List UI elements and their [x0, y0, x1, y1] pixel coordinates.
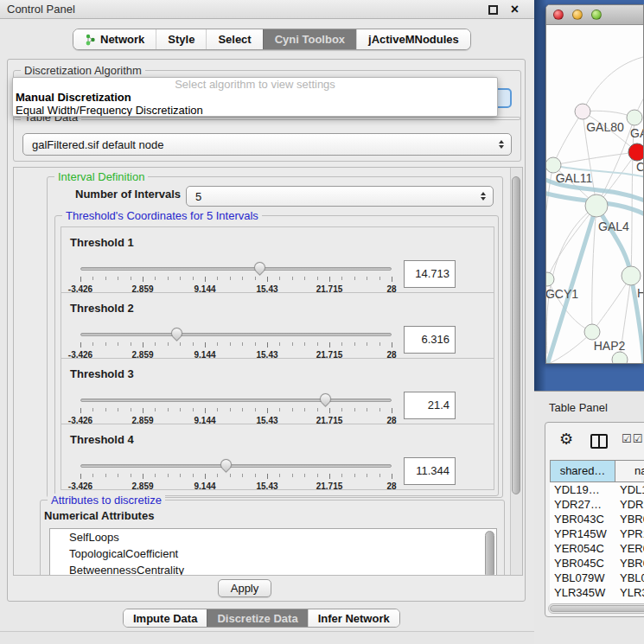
network-node[interactable]: [612, 352, 628, 364]
tab-cyni-toolbox[interactable]: Cyni Toolbox: [263, 29, 356, 49]
threshold-slider[interactable]: -3.4262.8599.14415.4321.71528: [80, 459, 392, 490]
algorithm-item-equal-width[interactable]: Equal Width/Frequency Discretization: [13, 104, 497, 117]
list-item[interactable]: TopologicalCoefficient: [50, 545, 496, 562]
close-icon[interactable]: ×: [511, 0, 519, 19]
threshold-row: Threshold 1 -3.4262.8599.14415.4321.7152…: [61, 226, 494, 293]
combo-stepper-icon: [499, 140, 504, 149]
slider-ticks: [80, 474, 392, 480]
network-icon: [85, 34, 96, 46]
threshold-label: Threshold 1: [70, 236, 134, 249]
numerical-attributes-list[interactable]: SelfLoops TopologicalCoefficient Between…: [49, 528, 497, 576]
table-header-row: shared… na: [550, 460, 644, 482]
table-row[interactable]: YLR345WYLR34: [550, 585, 644, 600]
tab-infer-network[interactable]: Infer Network: [308, 609, 399, 627]
slider-track[interactable]: [80, 464, 392, 468]
cyni-toolbox-panel: Discretization Algorithm Select algorith…: [7, 59, 526, 602]
tab-network[interactable]: Network: [73, 29, 156, 49]
tab-jactivemnodules[interactable]: jActiveMNodules: [356, 29, 470, 49]
slider-ticks: [80, 408, 392, 414]
network-node-selected-red[interactable]: [628, 143, 644, 161]
list-scrollbar[interactable]: [485, 531, 494, 576]
slider-thumb-icon[interactable]: [252, 259, 267, 275]
network-node-label: GAL4: [598, 220, 629, 233]
cytoscape-desktop: GAL80 GA C GAL11 GAL4 GCY1 H HAP2: [534, 0, 644, 391]
table-data-combobox[interactable]: galFiltered.sif default node: [22, 133, 512, 156]
threshold-coordinates-group: Threshold's Coordinates for 5 Intervals …: [54, 215, 499, 496]
table-row[interactable]: YDL19…YDL19: [550, 482, 644, 497]
slider-thumb-icon[interactable]: [318, 391, 334, 406]
interval-definition-group: Interval Definition Number of Intervals …: [47, 176, 503, 498]
apply-button[interactable]: Apply: [218, 579, 271, 597]
network-node-gal80[interactable]: [575, 104, 590, 119]
number-of-intervals-label: Number of Intervals: [75, 188, 181, 201]
attributes-to-discretize-group: Attributes to discretize Numerical Attri…: [40, 500, 505, 576]
network-node-gal4[interactable]: [585, 194, 608, 217]
table-row[interactable]: YER054CYER05: [550, 541, 644, 556]
slider-thumb-icon[interactable]: [169, 325, 184, 341]
threshold-row: Threshold 3 -3.4262.8599.14415.4321.7152…: [61, 358, 494, 424]
slider-ticks: [80, 342, 392, 348]
table-panel-body: ⚙ ☑☑ shared… na YDL19…YDL19 YDR27…YDR27 …: [545, 422, 644, 617]
tab-discretize-data[interactable]: Discretize Data: [207, 609, 307, 627]
minimize-traffic-icon[interactable]: [572, 10, 583, 20]
network-node-label: GA: [630, 126, 644, 140]
network-view-window[interactable]: GAL80 GA C GAL11 GAL4 GCY1 H HAP2: [545, 4, 644, 364]
table-row[interactable]: YBR045CYBR04: [550, 556, 644, 571]
tab-impute-data[interactable]: Impute Data: [124, 609, 207, 627]
threshold-slider[interactable]: -3.4262.8599.14415.4321.71528: [80, 393, 392, 424]
interval-definition-label: Interval Definition: [54, 170, 148, 183]
threshold-value-field[interactable]: 21.4: [404, 392, 456, 419]
slider-track[interactable]: [80, 399, 392, 402]
gear-icon[interactable]: ⚙: [559, 430, 573, 449]
tab-network-label: Network: [100, 33, 144, 46]
threshold-value-field[interactable]: 14.713: [404, 260, 456, 288]
threshold-row: Threshold 2 -3.4262.8599.14415.4321.7152…: [61, 292, 494, 359]
cyni-bottom-tabbar: Impute Data Discretize Data Infer Networ…: [123, 609, 400, 628]
numerical-attributes-label: Numerical Attributes: [44, 509, 154, 522]
number-of-intervals-combobox[interactable]: 5: [186, 186, 494, 207]
network-node-label: H: [637, 286, 644, 300]
column-header-name[interactable]: na: [615, 460, 644, 482]
network-node-hap2[interactable]: [584, 324, 600, 340]
network-window-titlebar[interactable]: [546, 5, 643, 25]
column-layout-icon[interactable]: [590, 434, 608, 449]
node-attribute-table: shared… na YDL19…YDL19 YDR27…YDR27 YBR04…: [550, 460, 644, 482]
slider-thumb-icon[interactable]: [218, 456, 233, 472]
tab-style[interactable]: Style: [156, 29, 206, 49]
table-row[interactable]: YBL079WYBL07: [550, 571, 644, 585]
network-node[interactable]: [622, 266, 641, 285]
threshold-slider[interactable]: -3.4262.8599.14415.4321.71528: [80, 328, 392, 359]
combo-stepper-icon: [481, 192, 486, 201]
column-header-shared-name[interactable]: shared…: [550, 460, 615, 482]
table-row[interactable]: YDR27…YDR27: [550, 497, 644, 512]
algorithm-dropdown-popup: Select algorithm to view settings Manual…: [12, 77, 498, 117]
zoom-traffic-icon[interactable]: [591, 10, 602, 20]
list-item[interactable]: SelfLoops: [50, 529, 496, 545]
select-columns-icon[interactable]: ☑☑: [622, 432, 643, 445]
slider-track[interactable]: [80, 267, 392, 271]
list-item[interactable]: BetweennessCentrality: [50, 562, 496, 576]
threshold-coordinates-label: Threshold's Coordinates for 5 Intervals: [62, 209, 262, 222]
algorithm-item-manual[interactable]: Manual Discretization: [13, 91, 497, 104]
discretization-algorithm-label: Discretization Algorithm: [21, 64, 145, 77]
control-panel-titlebar: Control Panel ×: [0, 0, 534, 19]
control-panel-title: Control Panel: [7, 3, 75, 16]
slider-track[interactable]: [80, 333, 392, 336]
table-data-group: Table Data galFiltered.sif default node: [13, 117, 521, 162]
table-rows: YDL19…YDL19 YDR27…YDR27 YBR043CYBR04 YPR…: [550, 482, 644, 603]
table-row[interactable]: YBR043CYBR04: [550, 512, 644, 526]
threshold-label: Threshold 2: [70, 302, 134, 315]
network-canvas[interactable]: GAL80 GA C GAL11 GAL4 GCY1 H HAP2: [546, 25, 644, 364]
table-horizontal-scrollbar[interactable]: [548, 603, 644, 614]
algorithm-prompt-item[interactable]: Select algorithm to view settings: [13, 78, 497, 91]
settings-scroll-viewport: Interval Definition Number of Intervals …: [13, 167, 523, 576]
settings-scrollbar[interactable]: [510, 168, 522, 575]
threshold-slider[interactable]: -3.4262.8599.14415.4321.71528: [80, 262, 392, 293]
float-window-icon[interactable]: [488, 5, 498, 15]
threshold-value-field[interactable]: 6.316: [404, 326, 456, 354]
tab-select[interactable]: Select: [206, 29, 262, 49]
threshold-value-field[interactable]: 11.344: [404, 457, 456, 485]
close-traffic-icon[interactable]: [553, 10, 564, 20]
table-row[interactable]: YPR145WYPR14: [550, 526, 644, 541]
network-node[interactable]: [627, 110, 642, 125]
